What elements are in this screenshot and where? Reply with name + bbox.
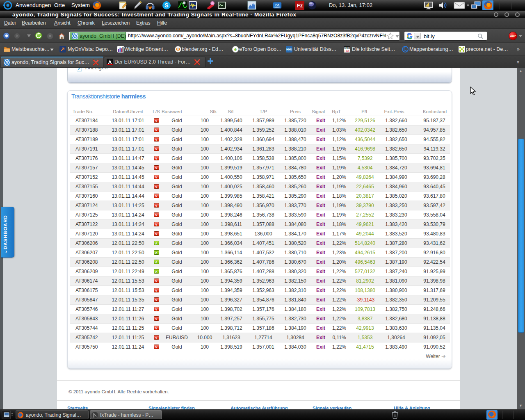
svg-text:e: e [234, 47, 237, 52]
svg-text:MILCH: MILCH [344, 47, 350, 49]
svg-text:S: S [164, 2, 168, 9]
svg-text:NEWS: NEWS [274, 7, 280, 9]
svg-text:Fz: Fz [297, 2, 303, 9]
svg-text:LOS: LOS [345, 50, 349, 52]
svg-text:HHU: HHU [286, 48, 292, 51]
svg-text:FX: FX [275, 3, 280, 7]
